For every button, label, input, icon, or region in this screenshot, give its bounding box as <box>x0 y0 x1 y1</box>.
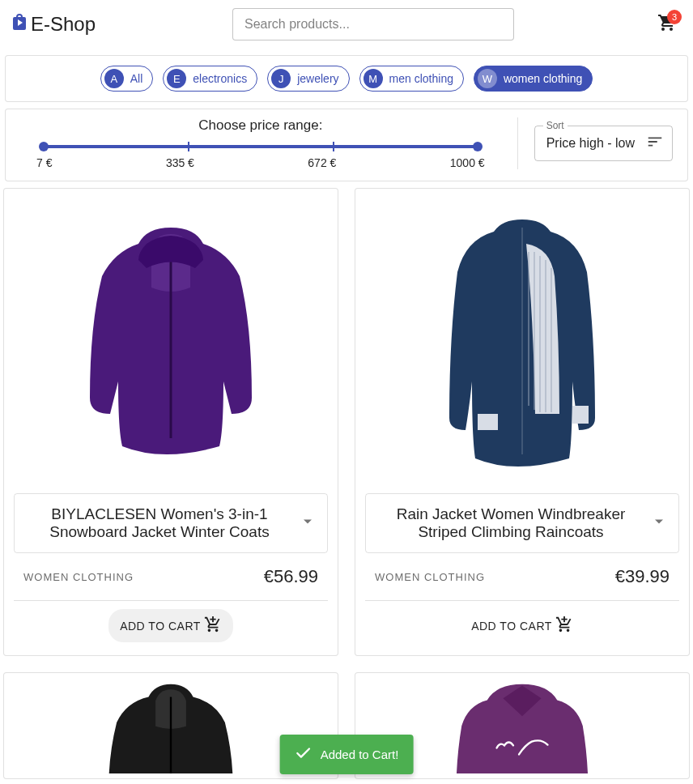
chip-women-clothing[interactable]: W women clothing <box>474 66 593 92</box>
check-icon <box>295 744 312 765</box>
price-range-title: Choose price range: <box>36 117 485 134</box>
category-panel: A All E electronics J jewelery M men clo… <box>5 55 688 102</box>
header: E-Shop 3 <box>0 0 693 55</box>
chevron-down-icon <box>649 512 669 535</box>
product-title: Rain Jacket Women Windbreaker Striped Cl… <box>379 505 643 541</box>
search-field <box>232 8 514 40</box>
slider-label: 1000 € <box>450 156 485 169</box>
chip-avatar: E <box>167 69 186 88</box>
product-grid: BIYLACLESEN Women's 3-in-1 Snowboard Jac… <box>0 188 693 656</box>
add-to-cart-button[interactable]: ADD TO CART <box>108 609 233 642</box>
slider-labels: 7 € 335 € 672 € 1000 € <box>36 156 485 169</box>
chips-row: A All E electronics J jewelery M men clo… <box>6 56 687 101</box>
chip-label: jewelery <box>297 72 338 85</box>
divider <box>517 117 518 169</box>
chip-electronics[interactable]: E electronics <box>163 66 257 92</box>
product-category: WOMEN CLOTHING <box>23 571 134 583</box>
cart-badge: 3 <box>667 10 682 24</box>
chip-label: men clothing <box>389 72 453 85</box>
slider-label: 672 € <box>308 156 336 169</box>
svg-rect-7 <box>572 406 589 424</box>
chip-all[interactable]: A All <box>100 66 154 92</box>
slider-thumb-max[interactable] <box>473 142 483 151</box>
price-range: Choose price range: 7 € 335 € 672 € 1000… <box>20 117 501 169</box>
chip-avatar: W <box>478 69 497 88</box>
chip-avatar: A <box>104 69 124 88</box>
product-meta: WOMEN CLOTHING €39.99 <box>355 553 689 600</box>
svg-rect-6 <box>478 414 498 430</box>
brand[interactable]: E-Shop <box>10 12 96 36</box>
filter-panel: Choose price range: 7 € 335 € 672 € 1000… <box>5 109 688 181</box>
cart-button[interactable]: 3 <box>651 8 683 40</box>
price-slider[interactable] <box>43 145 478 148</box>
sort-label: Sort <box>543 120 568 131</box>
chip-men-clothing[interactable]: M men clothing <box>359 66 464 92</box>
chip-label: electronics <box>193 72 247 85</box>
product-image[interactable] <box>4 189 338 493</box>
product-title: BIYLACLESEN Women's 3-in-1 Snowboard Jac… <box>28 505 291 541</box>
product-image[interactable] <box>355 189 689 493</box>
toast-message: Added to Cart! <box>321 748 399 761</box>
slider-mark <box>188 142 189 151</box>
chip-label: All <box>130 72 143 85</box>
brand-text: E-Shop <box>31 13 96 36</box>
toast-success: Added to Cart! <box>280 735 414 774</box>
search-input[interactable] <box>232 8 514 40</box>
product-card: BIYLACLESEN Women's 3-in-1 Snowboard Jac… <box>3 188 338 656</box>
product-title-accordion[interactable]: Rain Jacket Women Windbreaker Striped Cl… <box>365 493 679 553</box>
add-cart-icon <box>555 616 573 636</box>
chip-label: women clothing <box>504 72 582 85</box>
add-to-cart-button[interactable]: ADD TO CART <box>460 609 585 642</box>
slider-label: 7 € <box>36 156 52 169</box>
slider-thumb-min[interactable] <box>39 142 49 151</box>
chevron-down-icon <box>298 512 317 535</box>
sort-select[interactable]: Sort Price high - low <box>534 126 673 161</box>
slider-mark <box>333 142 334 151</box>
product-meta: WOMEN CLOTHING €56.99 <box>4 553 338 600</box>
chip-jewelery[interactable]: J jewelery <box>267 66 349 92</box>
chip-avatar: J <box>271 69 291 88</box>
add-cart-icon <box>204 616 222 636</box>
shop-icon <box>10 12 29 36</box>
product-price: €39.99 <box>615 566 670 587</box>
product-card: Rain Jacket Women Windbreaker Striped Cl… <box>355 188 690 656</box>
sort-icon <box>646 133 664 154</box>
sort-value: Price high - low <box>546 136 635 151</box>
product-category: WOMEN CLOTHING <box>375 571 485 583</box>
product-title-accordion[interactable]: BIYLACLESEN Women's 3-in-1 Snowboard Jac… <box>14 493 328 553</box>
add-to-cart-label: ADD TO CART <box>120 620 201 633</box>
chip-avatar: M <box>364 69 383 88</box>
add-to-cart-label: ADD TO CART <box>471 620 552 633</box>
slider-label: 335 € <box>166 156 194 169</box>
product-price: €56.99 <box>264 566 318 587</box>
